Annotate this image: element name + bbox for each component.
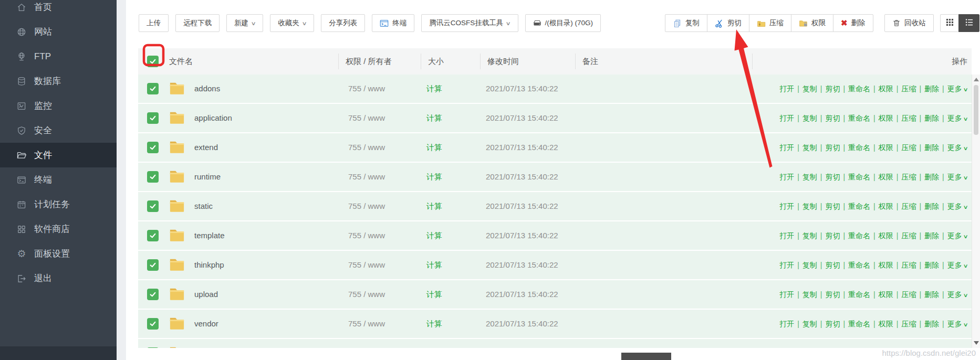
row-action-权限[interactable]: 权限 [879,84,893,93]
row-action-剪切[interactable]: 剪切 [825,84,840,93]
table-row[interactable]: extend755 / www计算2021/07/13 15:40:22打开|复… [138,133,972,162]
file-size-calc-link[interactable]: 计算 [426,280,442,309]
row-action-压缩[interactable]: 压缩 [901,320,916,328]
row-action-剪切[interactable]: 剪切 [825,114,840,122]
column-header-filename[interactable]: 文件名 [169,48,193,75]
sidebar-item-security[interactable]: 安全 [0,118,117,143]
sidebar-item-appstore[interactable]: 软件商店 [0,217,117,241]
row-action-权限[interactable]: 权限 [879,143,893,152]
row-action-复制[interactable]: 复制 [802,173,817,181]
recycle-bin-button[interactable]: 回收站 [884,14,934,32]
row-action-压缩[interactable]: 压缩 [901,143,916,152]
row-action-复制[interactable]: 复制 [802,290,817,299]
row-action-打开[interactable]: 打开 [779,320,794,328]
row-checkbox[interactable] [147,200,159,212]
file-size-calc-link[interactable]: 计算 [426,75,442,103]
row-action-more[interactable]: 更多∨ [947,231,967,240]
row-action-more[interactable]: 更多∨ [947,290,967,299]
table-row[interactable]: upload755 / www计算2021/07/13 15:40:22打开|复… [138,280,972,309]
perms-button[interactable]: 权限 [791,14,833,32]
file-size-calc-link[interactable]: 计算 [426,104,442,132]
sidebar-item-monitor[interactable]: 监控 [0,93,117,118]
sidebar-item-database[interactable]: 数据库 [0,69,117,93]
row-action-删除[interactable]: 删除 [924,320,939,328]
file-name[interactable]: runtime [194,163,221,191]
row-action-重命名[interactable]: 重命名 [848,290,870,299]
compress-button[interactable]: 压缩 [749,14,791,32]
row-action-打开[interactable]: 打开 [779,231,794,240]
row-action-more[interactable]: 更多∨ [947,202,967,210]
row-action-more[interactable]: 更多∨ [947,84,967,93]
row-action-删除[interactable]: 删除 [924,231,939,240]
file-name[interactable]: extend [194,133,218,162]
sidebar-item-site[interactable]: 网站 [0,19,117,44]
scrollbar-thumb[interactable] [974,85,978,135]
column-header-mtime[interactable]: 修改时间 [487,48,519,75]
row-action-重命名[interactable]: 重命名 [848,173,870,181]
row-checkbox[interactable] [147,230,159,241]
row-action-打开[interactable]: 打开 [779,202,794,210]
sidebar-item-settings[interactable]: ⚙面板设置 [0,241,117,266]
row-action-权限[interactable]: 权限 [879,114,893,122]
row-checkbox[interactable] [147,171,159,183]
row-action-重命名[interactable]: 重命名 [848,84,870,93]
row-action-重命名[interactable]: 重命名 [848,231,870,240]
row-action-权限[interactable]: 权限 [879,202,893,210]
row-action-压缩[interactable]: 压缩 [901,114,916,122]
file-name[interactable]: upload [194,280,218,309]
scroll-down-arrow-icon[interactable] [974,341,979,345]
column-header-perms-owner[interactable]: 权限 / 所有者 [346,48,392,75]
row-action-剪切[interactable]: 剪切 [825,231,840,240]
row-action-more[interactable]: 更多∨ [947,173,967,181]
favorites-button[interactable]: 收藏夹∨ [270,14,314,32]
row-action-more[interactable]: 更多∨ [947,114,967,122]
row-action-权限[interactable]: 权限 [879,320,893,328]
row-action-删除[interactable]: 删除 [924,261,939,269]
remote-download-button[interactable]: 远程下载 [175,14,220,32]
select-all-checkbox[interactable] [147,56,159,67]
delete-button[interactable]: ✖删除 [833,14,873,32]
row-action-复制[interactable]: 复制 [802,231,817,240]
row-action-删除[interactable]: 删除 [924,202,939,210]
file-name[interactable]: addons [194,75,220,103]
row-action-more[interactable]: 更多∨ [947,143,967,152]
row-checkbox[interactable] [147,289,159,300]
row-action-权限[interactable]: 权限 [879,261,893,269]
row-action-权限[interactable]: 权限 [879,231,893,240]
table-row[interactable]: vendor755 / www计算2021/07/13 15:40:22打开|复… [138,310,972,338]
row-action-压缩[interactable]: 压缩 [901,202,916,210]
row-action-打开[interactable]: 打开 [779,84,794,93]
row-checkbox[interactable] [147,83,159,94]
new-button[interactable]: 新建∨ [226,14,263,32]
row-action-压缩[interactable]: 压缩 [901,173,916,181]
file-name[interactable]: template [194,221,225,250]
row-action-重命名[interactable]: 重命名 [848,320,870,328]
list-view-button[interactable] [958,14,979,32]
row-action-重命名[interactable]: 重命名 [848,261,870,269]
file-name[interactable]: vendor [194,310,218,338]
row-action-复制[interactable]: 复制 [802,143,817,152]
grid-view-button[interactable] [940,14,959,32]
row-action-删除[interactable]: 删除 [924,290,939,299]
table-row[interactable]: application755 / www计算2021/07/13 15:40:2… [138,104,972,132]
file-size-calc-link[interactable]: 计算 [426,310,442,338]
row-action-复制[interactable]: 复制 [802,114,817,122]
file-size-calc-link[interactable]: 计算 [426,221,442,250]
row-action-压缩[interactable]: 压缩 [901,261,916,269]
row-action-权限[interactable]: 权限 [879,173,893,181]
row-checkbox[interactable] [147,259,159,271]
column-header-note[interactable]: 备注 [582,48,598,75]
row-action-删除[interactable]: 删除 [924,114,939,122]
row-action-删除[interactable]: 删除 [924,173,939,181]
row-action-压缩[interactable]: 压缩 [901,290,916,299]
row-action-重命名[interactable]: 重命名 [848,114,870,122]
sidebar-item-cron[interactable]: 计划任务 [0,192,117,217]
file-size-calc-link[interactable]: 计算 [426,251,442,279]
cosfs-button[interactable]: 腾讯云COSFS挂载工具∨ [421,14,518,32]
row-action-剪切[interactable]: 剪切 [825,261,840,269]
sidebar-item-logout[interactable]: 退出 [0,266,117,291]
copy-button[interactable]: 复制 [665,14,707,32]
row-action-剪切[interactable]: 剪切 [825,290,840,299]
table-row[interactable]: static755 / www计算2021/07/13 15:40:22打开|复… [138,192,972,220]
table-row-partial[interactable] [138,339,972,348]
